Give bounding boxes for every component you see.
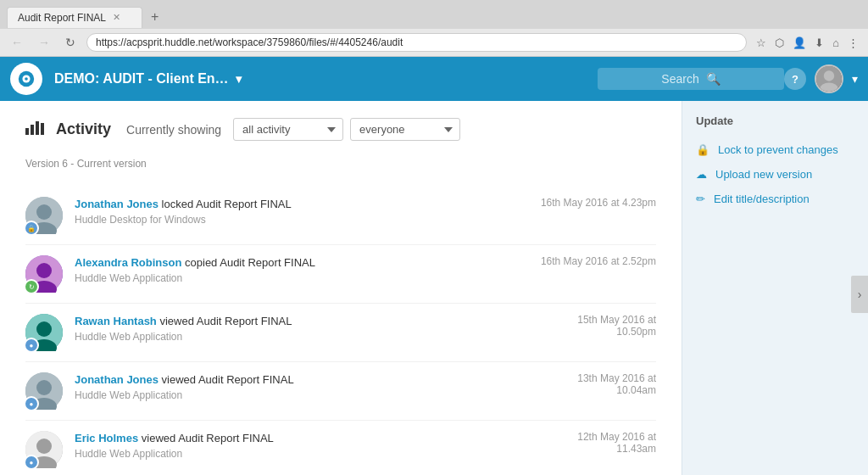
new-tab-button[interactable]: + (142, 5, 167, 29)
activity-item: ● Eric Holmes viewed Audit Report FINAL … (25, 421, 656, 475)
activity-item: ↻ Alexandra Robinson copied Audit Report… (25, 245, 656, 304)
sidebar-section-title: Update (696, 115, 854, 127)
svg-rect-9 (41, 123, 44, 135)
activity-item: 🔒 Jonathan Jones locked Audit Report FIN… (25, 187, 656, 245)
activity-source: Huddle Web Application (75, 272, 526, 284)
browser-toolbar-icons: ☆ ⬡ 👤 ⬇ ⌂ ⋮ (754, 35, 861, 51)
home-icon[interactable]: ⌂ (830, 35, 842, 51)
header-right: ? ▾ (784, 64, 858, 93)
activity-action: viewed Audit Report FINAL (159, 373, 294, 386)
activity-title: Activity (56, 120, 111, 138)
avatar-container: ↻ (25, 255, 63, 293)
activity-item: ● Rawan Hantash viewed Audit Report FINA… (25, 304, 656, 362)
main-wrapper: Activity Currently showing all activity … (0, 101, 868, 475)
activity-people-filter[interactable]: everyone (350, 118, 460, 141)
activity-source: Huddle Web Application (75, 448, 526, 460)
bar-chart-icon (25, 120, 44, 135)
tab-close-button[interactable]: ✕ (113, 12, 120, 23)
search-placeholder: Search (661, 72, 698, 86)
activity-content: Rawan Hantash viewed Audit Report FINAL … (75, 314, 526, 343)
activity-content: Jonathan Jones viewed Audit Report FINAL… (75, 372, 526, 401)
sidebar-item-icon: ✏ (696, 193, 705, 205)
activity-item: ● Jonathan Jones viewed Audit Report FIN… (25, 362, 656, 421)
activity-time: 13th May 2016 at10.04am (537, 372, 656, 396)
svg-rect-8 (36, 121, 39, 135)
sidebar-item-1[interactable]: ☁ Upload new version (696, 162, 854, 187)
activity-time: 12th May 2016 at11.43am (537, 431, 656, 455)
header-chevron[interactable]: ▾ (852, 72, 858, 86)
back-button[interactable]: ← (7, 34, 27, 51)
svg-point-14 (36, 263, 52, 278)
avatar-container: ● (25, 314, 63, 351)
avatar-image (816, 66, 842, 92)
activity-text: Eric Holmes viewed Audit Report FINAL (75, 431, 526, 446)
svg-rect-6 (25, 128, 29, 135)
activity-text: Alexandra Robinson copied Audit Report F… (75, 255, 526, 271)
user-profile-icon[interactable]: 👤 (790, 35, 809, 51)
sidebar-item-2[interactable]: ✏ Edit title/description (696, 187, 854, 211)
activity-user[interactable]: Jonathan Jones (75, 198, 159, 210)
user-avatar[interactable] (815, 64, 843, 93)
svg-rect-7 (31, 125, 34, 135)
sidebar-item-0[interactable]: 🔒 Lock to prevent changes (696, 137, 854, 162)
activity-action: viewed Audit Report FINAL (157, 315, 292, 327)
svg-point-11 (36, 204, 52, 220)
search-icon: 🔍 (706, 72, 721, 86)
sidebar-item-label: Upload new version (715, 168, 812, 181)
activity-action: viewed Audit Report FINAL (138, 432, 274, 444)
activity-time: 16th May 2016 at 4.23pm (537, 197, 656, 209)
extensions-icon[interactable]: ⬡ (772, 35, 787, 51)
sidebar-item-label: Lock to prevent changes (718, 143, 838, 156)
help-button[interactable]: ? (784, 68, 806, 90)
tab-title: Audit Report FINAL (18, 12, 106, 24)
sidebar-item-label: Edit title/description (714, 193, 810, 205)
activity-text: Jonathan Jones locked Audit Report FINAL (75, 197, 526, 212)
activity-badge: ● (24, 338, 39, 353)
svg-point-17 (36, 321, 52, 337)
activity-filter: all activity everyone (233, 118, 460, 141)
activity-badge: ↻ (24, 279, 39, 294)
scroll-right-arrow[interactable]: › (851, 276, 868, 313)
svg-point-20 (36, 380, 52, 395)
bookmark-icon[interactable]: ☆ (754, 35, 769, 51)
sidebar-items: 🔒 Lock to prevent changes ☁ Upload new v… (696, 137, 854, 211)
browser-tab[interactable]: Audit Report FINAL ✕ (7, 7, 142, 28)
app-logo[interactable] (10, 63, 42, 95)
activity-text: Jonathan Jones viewed Audit Report FINAL (75, 372, 526, 388)
content-area: Activity Currently showing all activity … (0, 101, 682, 475)
app-title: DEMO: AUDIT - Client En… ▾ (54, 71, 598, 87)
activity-time: 15th May 2016 at10.50pm (537, 314, 656, 338)
sidebar-item-icon: 🔒 (696, 143, 709, 156)
avatar-container: ● (25, 372, 63, 410)
app-search[interactable]: Search 🔍 (598, 68, 784, 90)
browser-chrome: Audit Report FINAL ✕ + ← → ↻ ☆ ⬡ 👤 ⬇ ⌂ ⋮ (0, 0, 868, 57)
more-icon[interactable]: ⋮ (845, 35, 861, 51)
svg-point-2 (25, 77, 28, 81)
activity-source: Huddle Desktop for Windows (75, 214, 526, 226)
activity-badge: 🔒 (24, 221, 39, 236)
download-icon[interactable]: ⬇ (812, 35, 826, 51)
avatar-container: 🔒 (25, 197, 63, 234)
activity-user[interactable]: Jonathan Jones (75, 373, 159, 386)
refresh-button[interactable]: ↻ (61, 34, 80, 51)
sidebar-item-icon: ☁ (696, 168, 707, 181)
activity-time: 16th May 2016 at 2.52pm (537, 255, 656, 267)
activity-badge: ● (24, 396, 39, 411)
activity-action: locked Audit Report FINAL (159, 198, 292, 210)
activity-user[interactable]: Alexandra Robinson (75, 256, 181, 269)
browser-address-bar: ← → ↻ ☆ ⬡ 👤 ⬇ ⌂ ⋮ (0, 29, 868, 56)
activity-user[interactable]: Eric Holmes (75, 432, 138, 444)
app-title-text: DEMO: AUDIT - Client En… (54, 71, 229, 87)
forward-button[interactable]: → (34, 34, 54, 51)
main-layout: Activity Currently showing all activity … (0, 101, 868, 475)
activity-user[interactable]: Rawan Hantash (75, 315, 157, 327)
activity-content: Eric Holmes viewed Audit Report FINAL Hu… (75, 431, 526, 460)
address-input[interactable] (86, 33, 747, 52)
activity-content: Alexandra Robinson copied Audit Report F… (75, 255, 526, 284)
activity-type-filter[interactable]: all activity (233, 118, 343, 141)
activity-list: 🔒 Jonathan Jones locked Audit Report FIN… (25, 187, 656, 475)
activity-header: Activity Currently showing all activity … (25, 118, 656, 141)
activity-text: Rawan Hantash viewed Audit Report FINAL (75, 314, 526, 329)
app-title-chevron[interactable]: ▾ (236, 72, 242, 86)
avatar-container: ● (25, 431, 63, 468)
